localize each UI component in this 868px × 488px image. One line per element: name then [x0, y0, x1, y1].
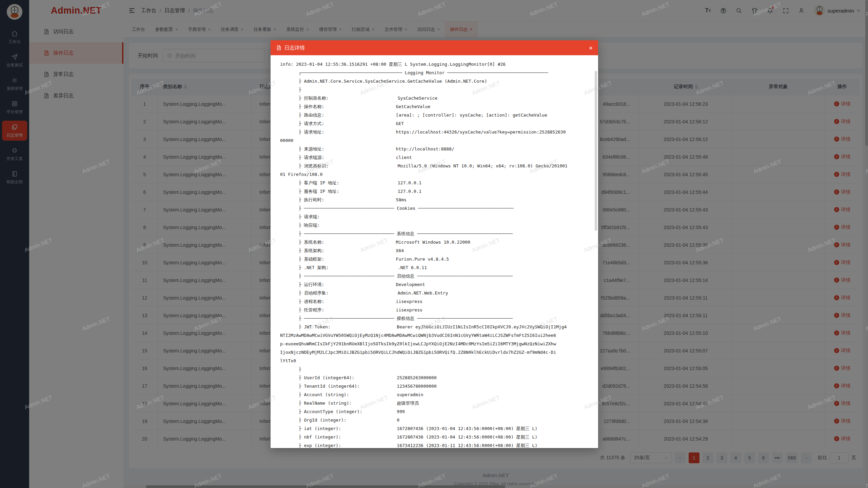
modal-title: 日志详情 [284, 45, 305, 51]
modal-body: info: 2023-01-04 12:55:36.1516291 +08:00… [271, 55, 598, 448]
modal-header: 日志详情 × [271, 40, 598, 55]
modal-scrollbar-thumb[interactable] [595, 71, 597, 231]
close-icon[interactable]: × [589, 45, 593, 51]
log-detail-modal: 日志详情 × info: 2023-01-04 12:55:36.1516291… [271, 40, 598, 448]
log-detail-text: info: 2023-01-04 12:55:36.1516291 +08:00… [280, 60, 598, 448]
document-icon [276, 45, 281, 50]
